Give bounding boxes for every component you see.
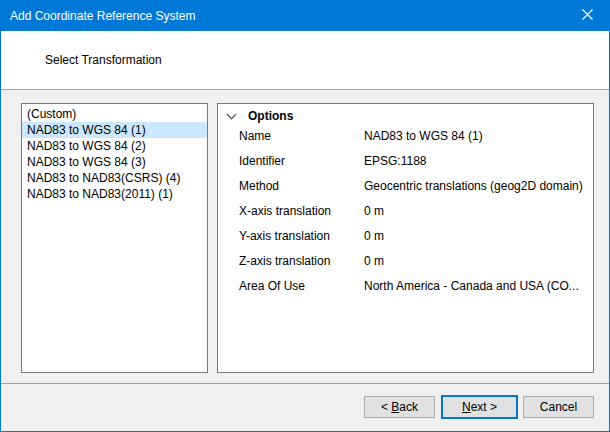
- property-label: Name: [239, 129, 364, 143]
- list-item[interactable]: NAD83 to WGS 84 (3): [22, 154, 207, 170]
- options-header[interactable]: Options: [226, 109, 293, 123]
- property-label: Identifier: [239, 154, 364, 168]
- cancel-button[interactable]: Cancel: [523, 396, 594, 418]
- close-icon: [581, 8, 594, 24]
- property-value: North America - Canada and USA (CO...: [364, 279, 590, 293]
- property-row-method: Method Geocentric translations (geog2D d…: [239, 173, 590, 198]
- property-row-z-translation: Z-axis translation 0 m: [239, 248, 590, 273]
- property-label: Area Of Use: [239, 279, 364, 293]
- page-title: Select Transformation: [45, 53, 162, 67]
- titlebar: Add Coordinate Reference System: [1, 1, 609, 31]
- property-label: Method: [239, 179, 364, 193]
- list-item[interactable]: NAD83 to NAD83(CSRS) (4): [22, 170, 207, 186]
- wizard-header: Select Transformation: [1, 31, 609, 90]
- property-value: 0 m: [364, 229, 590, 243]
- transformation-list[interactable]: (Custom) NAD83 to WGS 84 (1) NAD83 to WG…: [21, 103, 208, 373]
- add-crs-dialog: Add Coordinate Reference System Select T…: [0, 0, 610, 432]
- next-button[interactable]: Next >: [441, 395, 518, 419]
- property-label: Y-axis translation: [239, 229, 364, 243]
- property-row-y-translation: Y-axis translation 0 m: [239, 223, 590, 248]
- list-item-custom[interactable]: (Custom): [22, 106, 207, 122]
- property-value: EPSG:1188: [364, 154, 590, 168]
- options-title: Options: [248, 109, 293, 123]
- property-label: X-axis translation: [239, 204, 364, 218]
- list-item[interactable]: NAD83 to NAD83(2011) (1): [22, 186, 207, 202]
- property-value: NAD83 to WGS 84 (1): [364, 129, 590, 143]
- property-row-name: Name NAD83 to WGS 84 (1): [239, 123, 590, 148]
- property-value: 0 m: [364, 254, 590, 268]
- property-value: Geocentric translations (geog2D domain): [364, 179, 590, 193]
- chevron-down-icon[interactable]: [227, 109, 237, 119]
- close-button[interactable]: [565, 1, 609, 31]
- button-bar-divider: [1, 383, 609, 384]
- options-properties: Name NAD83 to WGS 84 (1) Identifier EPSG…: [239, 123, 590, 298]
- options-panel: Options Name NAD83 to WGS 84 (1) Identif…: [217, 103, 594, 373]
- property-row-area-of-use: Area Of Use North America - Canada and U…: [239, 273, 590, 298]
- list-item[interactable]: NAD83 to WGS 84 (2): [22, 138, 207, 154]
- back-button[interactable]: < Back: [364, 396, 435, 418]
- property-label: Z-axis translation: [239, 254, 364, 268]
- list-item-selected[interactable]: NAD83 to WGS 84 (1): [22, 122, 207, 138]
- window-title: Add Coordinate Reference System: [10, 9, 195, 23]
- property-row-x-translation: X-axis translation 0 m: [239, 198, 590, 223]
- property-value: 0 m: [364, 204, 590, 218]
- property-row-identifier: Identifier EPSG:1188: [239, 148, 590, 173]
